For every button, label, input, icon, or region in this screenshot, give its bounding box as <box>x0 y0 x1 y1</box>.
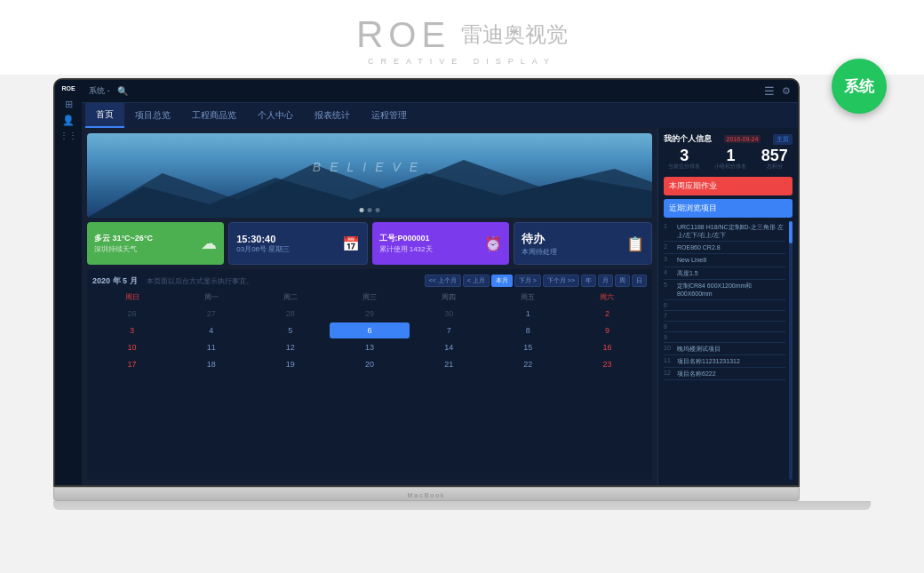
topbar-menu-icon[interactable]: ☰ <box>764 84 775 98</box>
tab-engineering[interactable]: 工程商品览 <box>181 103 247 128</box>
project-bar: 近期浏览项目 <box>664 199 793 218</box>
tab-personal[interactable]: 个人中心 <box>247 103 304 128</box>
homework-bar: 本周应期作业 <box>664 177 793 195</box>
macbook-foot <box>53 501 871 510</box>
project-list-item[interactable]: 8 <box>664 322 785 332</box>
cal-day[interactable]: 17 <box>92 356 171 372</box>
project-list-item[interactable]: 12项目名称6222 <box>664 368 785 380</box>
cal-day[interactable]: 7 <box>410 322 489 338</box>
cal-day[interactable]: 26 <box>92 306 171 322</box>
dow-thu: 周四 <box>410 290 489 304</box>
macbook-screen: ROE ⊞ 👤 ⋮⋮ 系统 - 🔍 ☰ ⚙ 首 <box>53 78 800 487</box>
info-cards-row: 多云 31°C~26°C 深圳持续天气 ☁ 15:30:40 03 <box>87 222 652 265</box>
clipboard-icon: 📋 <box>626 235 644 252</box>
time-card: 15:30:40 03月06号 星期三 📅 <box>228 222 367 265</box>
project-list-item[interactable]: 2ROE860 CR2.8 <box>664 242 785 254</box>
tab-home[interactable]: 首页 <box>85 103 124 128</box>
sidebar-icon-dots[interactable]: ⋮⋮ <box>60 131 77 140</box>
cal-day[interactable]: 12 <box>251 339 330 355</box>
cal-day-today[interactable]: 6 <box>330 322 409 338</box>
project-list-item[interactable]: 6 <box>664 300 785 311</box>
cal-day[interactable]: 28 <box>251 306 330 322</box>
project-list-item[interactable]: 5定制CR84 600X1200mm和800X600mm <box>664 280 785 300</box>
week-btn[interactable]: 周 <box>615 275 630 287</box>
clock-icon: ⏰ <box>484 235 502 252</box>
hero-text: BELIEVE <box>313 160 426 174</box>
app-container: ROE ⊞ 👤 ⋮⋮ 系统 - 🔍 ☰ ⚙ 首 <box>55 80 798 485</box>
edit-btn[interactable]: 主页 <box>773 134 793 145</box>
cal-day[interactable]: 10 <box>92 339 171 355</box>
logo-header: ROE 雷迪奥视觉 CREATIVE DISPLAY <box>0 0 924 75</box>
scrollbar-track[interactable] <box>789 221 793 480</box>
cal-day[interactable]: 20 <box>330 356 409 372</box>
next-month-btn[interactable]: 下月 > <box>514 275 541 287</box>
project-list-item[interactable]: 10晚坞楼测试项目 <box>664 343 785 355</box>
project-list-item[interactable]: 1URC1188 H18/NC定制8D-之三角形 左上/左下/右上/左下 <box>664 221 785 242</box>
cal-day[interactable]: 15 <box>489 339 568 355</box>
sidebar-logo: ROE <box>61 85 75 92</box>
cal-day[interactable]: 11 <box>171 339 251 355</box>
cal-day[interactable]: 8 <box>489 322 568 338</box>
personal-info-header: 我的个人信息 2016-09-24 主页 <box>664 133 793 145</box>
dow-tue: 周二 <box>251 290 330 304</box>
prev-month-btn[interactable]: < 上月 <box>463 275 490 287</box>
cal-day[interactable]: 30 <box>410 306 489 322</box>
topbar-settings-icon[interactable]: ⚙ <box>782 85 791 97</box>
cal-day[interactable]: 27 <box>171 306 251 322</box>
next-next-month-btn[interactable]: 下个月 >> <box>543 275 579 287</box>
cal-day[interactable]: 16 <box>568 339 647 355</box>
sidebar-icon-grid[interactable]: ⊞ <box>65 99 73 110</box>
cal-day[interactable]: 13 <box>330 339 409 355</box>
cal-day[interactable]: 5 <box>251 322 330 338</box>
logo-chinese: 雷迪奥视觉 <box>461 20 568 49</box>
tab-project-overview[interactable]: 项目总览 <box>124 103 181 128</box>
prev-prev-month-btn[interactable]: << 上个月 <box>425 275 461 287</box>
sidebar-icon-person[interactable]: 👤 <box>62 115 75 126</box>
project-list-item[interactable]: 9 <box>664 332 785 343</box>
calendar-section: 2020 年 5 月 本页面以后台方式显示执行事宜。 << 上个月 < 上月 本… <box>87 269 652 480</box>
hero-dots <box>360 208 380 212</box>
dow-wed: 周三 <box>330 290 409 304</box>
cal-day[interactable]: 14 <box>410 339 489 355</box>
cal-day[interactable]: 23 <box>568 356 647 372</box>
current-month-btn[interactable]: 本月 <box>491 275 513 287</box>
project-list-item[interactable]: 3New Line8 <box>664 254 785 267</box>
macbook-wrapper: 系统 ROE ⊞ 👤 ⋮⋮ 系统 - 🔍 ☰ <box>53 78 871 510</box>
cal-day[interactable]: 18 <box>171 356 251 372</box>
cal-day[interactable]: 21 <box>410 356 489 372</box>
project-list-item[interactable]: 11项目名称11231231312 <box>664 355 785 368</box>
cal-day[interactable]: 22 <box>489 356 568 372</box>
personal-title: 我的个人信息 <box>664 133 712 145</box>
search-icon[interactable]: 🔍 <box>117 86 128 96</box>
logo-subtitle: CREATIVE DISPLAY <box>0 57 924 66</box>
cal-day[interactable]: 9 <box>568 322 647 338</box>
calendar-title: 2020 年 5 月 <box>92 275 138 287</box>
macbook-base: MacBook <box>53 487 800 501</box>
project-list: 1URC1188 H18/NC定制8D-之三角形 左上/左下/右上/左下2ROE… <box>664 221 793 480</box>
project-list-item[interactable]: 4高度1.5 <box>664 267 785 280</box>
stat-label-3: 总积分 <box>761 163 788 170</box>
topbar-system-label: 系统 - <box>89 85 110 97</box>
cal-day[interactable]: 1 <box>489 306 568 322</box>
stat-number-2: 1 <box>714 147 746 163</box>
cal-day[interactable]: 19 <box>251 356 330 372</box>
stat-current-rank: 3 当前位分排名 <box>668 147 700 170</box>
cal-day[interactable]: 29 <box>330 306 409 322</box>
weather-card: 多云 31°C~26°C 深圳持续天气 ☁ <box>87 222 224 265</box>
day-btn[interactable]: 日 <box>632 275 647 287</box>
cal-day[interactable]: 4 <box>171 322 251 338</box>
topbar: 系统 - 🔍 ☰ ⚙ <box>82 80 798 103</box>
project-list-item[interactable]: 7 <box>664 311 785 322</box>
personal-info-section: 我的个人信息 2016-09-24 主页 3 当前位分排名 <box>664 133 793 173</box>
tab-distance[interactable]: 运程管理 <box>361 103 418 128</box>
month-btn[interactable]: 月 <box>598 275 613 287</box>
year-btn[interactable]: 年 <box>581 275 596 287</box>
tab-reports[interactable]: 报表统计 <box>304 103 361 128</box>
scrollbar-thumb[interactable] <box>789 221 793 243</box>
cal-day[interactable]: 3 <box>92 322 171 338</box>
cal-day[interactable]: 2 <box>568 306 647 322</box>
center-panel: BELIEVE <box>82 128 657 485</box>
stats-row: 3 当前位分排名 1 小组积分排名 857 总积 <box>664 147 793 170</box>
stat-total-score: 857 总积分 <box>761 147 788 170</box>
calendar-week-2: 3 4 5 6 7 8 9 <box>92 322 647 338</box>
